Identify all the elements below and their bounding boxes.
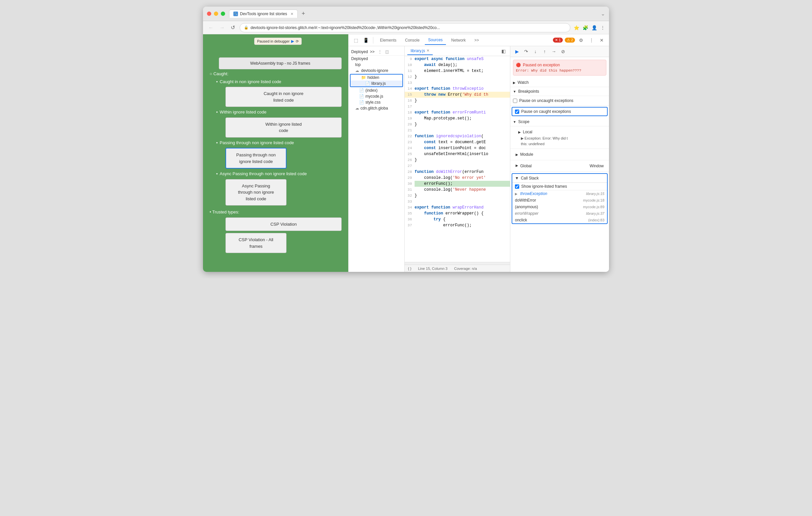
active-tab[interactable]: 🔧 DevTools ignore list stories ✕: [229, 9, 298, 18]
resume-debug-button[interactable]: ▶: [513, 48, 521, 55]
tab-close-icon[interactable]: ✕: [290, 12, 293, 16]
within-ignore-item: Within ignore listed code: [216, 109, 342, 116]
url-bar[interactable]: 🔒 devtools-ignore-list-stories.glitch.me…: [240, 23, 570, 32]
source-tab-library[interactable]: library.js ✕: [407, 47, 433, 55]
code-line-10: 10 await delay();: [405, 62, 510, 68]
callstack-item-1[interactable]: doWithError mycode.js:18: [512, 197, 607, 204]
step-icon[interactable]: ⟳: [296, 39, 299, 43]
back-button[interactable]: ←: [207, 24, 215, 31]
caught-non-ignore-button[interactable]: Caught in non ignorelisted code: [226, 87, 342, 107]
csp-violation-all-button[interactable]: CSP Violation - All frames: [226, 233, 287, 253]
forward-button[interactable]: →: [218, 24, 226, 31]
menu-icon[interactable]: ⋮: [601, 25, 605, 30]
file-style-item[interactable]: 📄 style.css: [349, 99, 404, 105]
callstack-header[interactable]: ▼ Call Stack: [512, 174, 607, 183]
warn-badge: ⚠ 2: [565, 38, 575, 42]
tab-network[interactable]: Network: [448, 36, 469, 44]
watch-section-header[interactable]: ▶ Watch: [510, 78, 609, 87]
file-index-item[interactable]: 📄 (index): [349, 87, 404, 93]
step-out-button[interactable]: ↑: [541, 48, 549, 55]
devtools-panel: ⬚ 📱 Elements Console Sources Network >> …: [348, 34, 609, 272]
format-icon-status[interactable]: { }: [408, 267, 411, 271]
scope-section-header[interactable]: ▼ Scope: [510, 117, 609, 126]
minimize-traffic-light[interactable]: [214, 11, 218, 16]
deactivate-breakpoints-icon[interactable]: ⊘: [559, 48, 567, 55]
bookmark-icon[interactable]: ⭐: [574, 25, 579, 30]
code-line-33: 33: [405, 199, 510, 205]
callstack-arrow-0: ▶: [515, 192, 518, 195]
maximize-traffic-light[interactable]: [221, 11, 225, 16]
pause-uncaught-option: Pause on uncaught exceptions: [513, 97, 606, 104]
close-devtools-icon[interactable]: ✕: [598, 38, 606, 43]
local-section-header[interactable]: ▶ Local: [513, 128, 606, 136]
nav-tree: WebAssembly trap - no JS frames Caught: …: [210, 57, 342, 253]
extensions-icon[interactable]: 🧩: [583, 25, 588, 30]
step-over-button[interactable]: ↷: [522, 48, 530, 55]
trusted-types-bullet: [210, 210, 211, 214]
callstack-item-3[interactable]: errorWrapper library.js:37: [512, 210, 607, 217]
format-icon[interactable]: ◧: [499, 47, 508, 55]
hidden-label: hidden: [367, 75, 379, 80]
passing-through-button[interactable]: Passing through nonignore listed code: [226, 148, 287, 169]
file-tree-menu-icon[interactable]: ⋮: [378, 50, 382, 54]
callstack-item-0[interactable]: ▶ throwException library.js:15: [512, 190, 607, 197]
callstack-loc-1: mycode.js:18: [583, 198, 604, 202]
callstack-loc-0: library.js:15: [586, 192, 604, 195]
more-options-icon[interactable]: ⋮: [587, 38, 596, 43]
code-line-22: 22 function ignoredcspviolation(: [405, 133, 510, 139]
code-line-12: 12 }: [405, 74, 510, 80]
within-ignore-button[interactable]: Within ignore listedcode: [226, 117, 342, 138]
code-line-16: 16 }: [405, 98, 510, 103]
file-devtools-ignore-item[interactable]: ☁ devtools-ignore: [349, 68, 404, 73]
file-tree-expand-icon[interactable]: >>: [370, 50, 375, 54]
tab-console[interactable]: Console: [402, 36, 423, 44]
source-status-bar: { } Line 15, Column 3 Coverage: n/a: [405, 265, 510, 272]
step-button[interactable]: →: [550, 48, 558, 55]
callstack-item-2[interactable]: (anonymous) mycode.js:89: [512, 204, 607, 210]
reload-button[interactable]: ↺: [229, 24, 236, 31]
source-scrollbar[interactable]: [405, 262, 510, 265]
settings-icon[interactable]: ⚙: [577, 38, 585, 43]
async-passing-button[interactable]: Async Passingthrough non ignorelisted co…: [226, 179, 287, 206]
pause-caught-button[interactable]: Pause on caught exceptions: [512, 107, 608, 116]
file-top-item[interactable]: top: [349, 62, 404, 68]
global-section-header[interactable]: ▶ Global Window: [513, 162, 606, 170]
file-mycode-item[interactable]: 📄 mycode.js: [349, 93, 404, 99]
file-cdn-item[interactable]: ☁ cdn.glitch.globa: [349, 105, 404, 111]
show-ignore-frames-checkbox[interactable]: [515, 184, 519, 189]
code-line-14: 14 export function throwExceptio: [405, 86, 510, 92]
callstack-loc-2: mycode.js:89: [583, 205, 604, 209]
tab-more[interactable]: >>: [471, 36, 482, 44]
new-tab-button[interactable]: +: [300, 10, 307, 17]
async-passing-item: Async Passing through non ignore listed …: [216, 171, 342, 177]
code-line-9: 9 export async function unsafeS: [405, 56, 510, 62]
step-into-button[interactable]: ↓: [531, 48, 539, 55]
code-line-34: 34 export function wrapErrorHand: [405, 205, 510, 211]
cloud-icon-cdn: ☁: [351, 106, 359, 111]
callstack-arrow-icon: ▼: [515, 176, 519, 180]
resume-icon[interactable]: ▶: [291, 39, 294, 43]
file-tree-collapse-icon[interactable]: ◫: [385, 50, 389, 54]
exception-message: Error: Why did this happen????: [516, 69, 603, 72]
callstack-item-4[interactable]: onclick (index):83: [512, 217, 607, 223]
module-section-header[interactable]: ▶ Module: [513, 150, 606, 159]
file-library-item[interactable]: 📄 library.js: [351, 81, 402, 86]
pause-caught-checkbox[interactable]: [515, 110, 519, 114]
file-page-item[interactable]: Deployed: [349, 56, 404, 62]
profile-icon[interactable]: 👤: [591, 25, 597, 30]
inspect-element-icon[interactable]: ⬚: [352, 36, 360, 44]
css-icon-style: 📄: [351, 100, 364, 104]
tab-sources[interactable]: Sources: [425, 36, 446, 45]
device-toolbar-icon[interactable]: 📱: [362, 36, 370, 44]
webassembly-button[interactable]: WebAssembly trap - no JS frames: [219, 57, 342, 69]
csp-violation-button[interactable]: CSP Violation: [226, 217, 342, 231]
trusted-types-label: Trusted types:: [212, 210, 239, 214]
pause-uncaught-checkbox[interactable]: [513, 99, 517, 103]
source-tabs: library.js ✕ ◧: [405, 46, 510, 56]
close-traffic-light[interactable]: [207, 11, 211, 16]
source-tab-close-icon[interactable]: ✕: [427, 49, 429, 53]
breakpoints-section-header[interactable]: ▼ Breakpoints: [510, 87, 609, 96]
tab-elements[interactable]: Elements: [377, 36, 400, 44]
file-hidden-item[interactable]: 📁 hidden: [351, 74, 402, 81]
line-col-status: Line 15, Column 3: [418, 267, 447, 271]
